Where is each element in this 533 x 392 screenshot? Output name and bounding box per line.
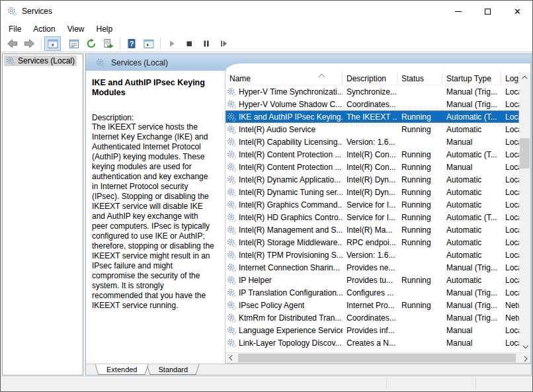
- action-pane-icon: [144, 39, 154, 49]
- table-row[interactable]: Link-Layer Topology Discov... Creates a …: [226, 336, 519, 349]
- menu-view[interactable]: View: [62, 23, 91, 35]
- properties-button[interactable]: [65, 36, 82, 51]
- service-startup-cell: Automatic: [442, 238, 501, 247]
- stop-icon: [184, 38, 194, 49]
- start-icon: [167, 38, 177, 49]
- table-row[interactable]: Intel(R) Audio Service Running Automatic…: [226, 123, 519, 136]
- service-status-cell: Running: [397, 213, 442, 222]
- show-action-pane-button[interactable]: [140, 36, 157, 51]
- chevron-down-icon: [522, 343, 528, 348]
- back-icon: [7, 38, 18, 49]
- table-row[interactable]: Internet Connection Sharin... Provides n…: [226, 261, 519, 274]
- service-name-cell: Intel(R) Capability Licensing...: [226, 137, 343, 147]
- table-row[interactable]: Intel(R) HD Graphics Contro... Service f…: [226, 211, 519, 223]
- service-gear-icon: [227, 326, 236, 335]
- scroll-right-button[interactable]: [519, 353, 530, 363]
- table-row[interactable]: Intel(R) Content Protection ... Intel(R)…: [226, 148, 519, 161]
- service-description-cell: Intel(R) Dyn...: [343, 175, 397, 184]
- start-service-button[interactable]: [163, 36, 180, 51]
- table-row[interactable]: Intel(R) Storage Middleware... RPC endpo…: [226, 236, 519, 249]
- toolbar-separator: [120, 38, 120, 50]
- column-header-logon[interactable]: Log: [501, 72, 519, 85]
- table-row[interactable]: Intel(R) Dynamic Applicatio... Intel(R) …: [226, 173, 519, 186]
- table-row[interactable]: Language Experience Service Provides inf…: [226, 324, 519, 336]
- chevron-right-icon: [522, 356, 527, 361]
- service-gear-icon: [227, 175, 236, 184]
- column-header-status[interactable]: Status: [397, 72, 442, 85]
- column-header-name[interactable]: Name: [226, 72, 343, 85]
- menu-action[interactable]: Action: [27, 23, 61, 35]
- service-name-cell: Internet Connection Sharin...: [226, 263, 343, 272]
- vertical-scrollbar[interactable]: [519, 72, 530, 352]
- service-description-cell: Coordinates...: [343, 100, 397, 109]
- table-row[interactable]: Intel(R) Capability Licensing... Version…: [226, 136, 519, 148]
- scroll-down-button[interactable]: [519, 340, 530, 352]
- scroll-left-button[interactable]: [226, 353, 237, 363]
- table-row[interactable]: IP Translation Configuration... Configur…: [226, 286, 519, 299]
- column-header-description[interactable]: Description: [343, 72, 397, 85]
- horizontal-scrollbar[interactable]: [226, 352, 530, 363]
- table-row[interactable]: Intel(R) Content Protection ... Intel(R)…: [226, 161, 519, 173]
- service-logon-cell: Loca: [501, 163, 519, 172]
- service-logon-cell: Loca: [501, 213, 519, 222]
- service-gear-icon: [227, 288, 236, 297]
- table-row[interactable]: IKE and AuthIP IPsec Keying... The IKEEX…: [226, 110, 519, 123]
- maximize-button[interactable]: [473, 1, 503, 22]
- service-logon-cell: Loca: [501, 100, 519, 109]
- status-bar-divider: [386, 379, 387, 389]
- service-status-cell: Running: [397, 301, 442, 310]
- service-name-cell: Intel(R) Graphics Command...: [226, 200, 343, 210]
- column-header-startup-type[interactable]: Startup Type: [442, 72, 501, 85]
- service-gear-icon: [227, 276, 236, 285]
- table-row[interactable]: KtmRm for Distributed Tran... Coordinate…: [226, 311, 519, 324]
- tab-standard[interactable]: Standard: [151, 364, 194, 375]
- scroll-up-button[interactable]: [519, 72, 530, 83]
- show-console-tree-button[interactable]: [44, 36, 61, 51]
- service-status-cell: Running: [397, 150, 442, 159]
- forward-button[interactable]: [21, 36, 38, 51]
- service-description-cell: Internet Pro...: [343, 301, 397, 310]
- menu-file[interactable]: File: [3, 23, 27, 35]
- stop-service-button[interactable]: [181, 36, 197, 51]
- service-description-cell: Service for I...: [343, 213, 397, 222]
- service-status-cell: Running: [397, 188, 442, 197]
- maximize-icon: [485, 9, 491, 15]
- table-row[interactable]: Hyper-V Volume Shadow C... Coordinates..…: [226, 98, 519, 110]
- service-startup-cell: Manual: [442, 137, 501, 147]
- tree-item-services-local[interactable]: Services (Local): [4, 56, 77, 66]
- close-button[interactable]: ✕: [503, 1, 532, 22]
- service-description-cell: Intel(R) Ma...: [343, 225, 397, 235]
- service-logon-cell: Loca: [501, 125, 519, 134]
- menu-help[interactable]: Help: [91, 23, 119, 35]
- table-row[interactable]: IPsec Policy Agent Internet Pro... Runni…: [226, 299, 519, 311]
- help-button[interactable]: ?: [123, 36, 140, 51]
- back-button[interactable]: [4, 36, 20, 51]
- horizontal-scroll-thumb[interactable]: [238, 354, 516, 362]
- service-description-cell: Synchronize...: [343, 87, 397, 97]
- service-startup-cell: Automatic (T...: [442, 112, 501, 122]
- vertical-scroll-thumb[interactable]: [520, 138, 530, 169]
- service-name-cell: Intel(R) Management and S...: [226, 225, 343, 235]
- service-name-cell: Intel(R) Content Protection ...: [226, 163, 343, 172]
- tab-extended[interactable]: Extended: [100, 364, 144, 375]
- table-row[interactable]: IP Helper Provides tu... Running Automat…: [226, 274, 519, 286]
- service-gear-icon: [227, 263, 236, 272]
- refresh-button[interactable]: [83, 36, 99, 51]
- export-list-button[interactable]: [100, 36, 116, 51]
- service-startup-cell: Automatic (T...: [442, 150, 501, 159]
- table-row[interactable]: Intel(R) Management and S... Intel(R) Ma…: [226, 223, 519, 236]
- table-row[interactable]: Intel(R) TPM Provisioning S... Version: …: [226, 249, 519, 261]
- minimize-button[interactable]: [443, 1, 473, 22]
- table-row[interactable]: Hyper-V Time Synchronizati... Synchroniz…: [226, 85, 519, 98]
- table-row[interactable]: Intel(R) Dynamic Tuning ser... Intel(R) …: [226, 186, 519, 198]
- service-description-cell: The IKEEXT ...: [343, 112, 397, 122]
- table-row[interactable]: Intel(R) Graphics Command... Service for…: [226, 198, 519, 211]
- restart-service-button[interactable]: [215, 36, 231, 51]
- service-logon-cell: Loca: [501, 188, 519, 197]
- service-logon-cell: Loca: [501, 288, 519, 297]
- service-startup-cell: Automatic: [442, 188, 501, 197]
- service-name-cell: Intel(R) Storage Middleware...: [226, 238, 343, 247]
- pause-service-button[interactable]: [198, 36, 214, 51]
- service-logon-cell: Loca: [501, 251, 519, 260]
- title-bar: Services ✕: [1, 1, 532, 22]
